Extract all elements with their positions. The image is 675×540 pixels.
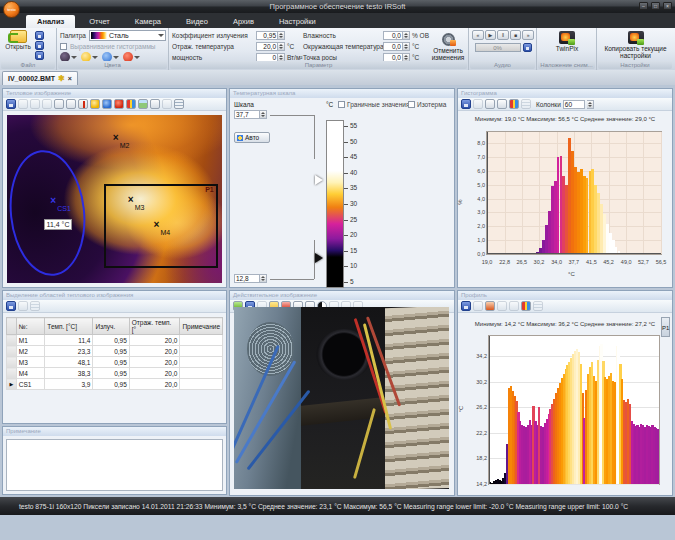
thermal-marker-M3[interactable]: ×M3 (128, 196, 145, 211)
palette-icon[interactable] (521, 301, 531, 311)
photo-icon[interactable] (138, 99, 148, 109)
copy-settings-button[interactable]: Копировать текущие настройки (600, 30, 671, 59)
copy-icon[interactable] (18, 99, 28, 109)
humidity-stepper[interactable] (403, 31, 410, 40)
tab-settings[interactable]: Настройки (268, 15, 327, 28)
favorite-star-icon[interactable]: ✱ (58, 74, 65, 83)
tab-close-icon[interactable]: × (68, 75, 72, 82)
columns-input[interactable]: 60 (563, 100, 585, 109)
marker-edit-icon[interactable] (66, 99, 76, 109)
temperature-point-icon[interactable] (78, 99, 88, 109)
tab-archive[interactable]: Архив (222, 15, 265, 28)
select-ellipse-icon[interactable] (162, 99, 172, 109)
thermal-marker-M4[interactable]: ×M4 (154, 221, 171, 236)
cut-icon[interactable] (30, 99, 40, 109)
histogram-plot[interactable]: 0,01,02,03,04,05,06,07,08,0 (486, 131, 662, 255)
scale-lower-input[interactable]: 12,8 (234, 274, 260, 283)
open-button[interactable]: Открыть (3, 30, 33, 58)
undo-changes-button[interactable]: Отменить изменения (430, 30, 466, 63)
grid-icon[interactable] (30, 301, 40, 311)
equalize-checkbox[interactable] (60, 43, 67, 50)
hot-spot-icon[interactable] (90, 99, 100, 109)
upper-limit-slider[interactable] (315, 175, 323, 185)
columns-stepper[interactable] (587, 100, 594, 109)
thermal-marker-CS1[interactable]: ×CS1 (50, 197, 71, 212)
open-folder-icon (10, 30, 27, 43)
tab-video[interactable]: Видео (175, 15, 219, 28)
table-row[interactable]: M111,40,9520,0 (7, 335, 223, 346)
export-icon[interactable] (42, 99, 52, 109)
tab-analysis[interactable]: Анализ (26, 15, 75, 28)
grid-icon[interactable] (521, 99, 531, 109)
copy-icon[interactable] (18, 301, 28, 311)
profile-plot[interactable]: 14,218,222,226,230,234,2 (488, 335, 660, 485)
ambient-temp-input[interactable]: 0,0 (383, 42, 403, 51)
audio-pause-button[interactable]: ‖ (497, 30, 509, 40)
reflected-temp-input[interactable]: 20,0 (256, 42, 278, 51)
reflected-temp-stepper[interactable] (278, 42, 285, 51)
maximize-button[interactable]: □ (651, 2, 660, 10)
close-button[interactable]: × (663, 2, 672, 10)
isotherm-checkbox[interactable] (408, 101, 415, 108)
profile-stats: Минимум: 14,2 °C Максимум: 36,2 °C Средн… (458, 321, 672, 327)
cold-spot-icon[interactable] (102, 99, 112, 109)
thermal-ellipse-region[interactable] (7, 147, 92, 280)
document-tab[interactable]: IV_00002.BMT ✱ × (2, 71, 78, 85)
grid-icon[interactable] (533, 301, 543, 311)
grid-icon[interactable] (174, 99, 184, 109)
audio-save-button[interactable] (523, 43, 532, 52)
ambient-temp-stepper[interactable] (403, 42, 410, 51)
chart-area-icon[interactable] (509, 301, 519, 311)
table-row[interactable]: M348,10,9520,0 (7, 357, 223, 368)
panel-regions: Выделение областей теплового изображения… (2, 290, 227, 424)
tab-camera[interactable]: Камера (124, 15, 172, 28)
thermal-image[interactable]: P1 11,4 °C ×M2×M3×M4×CS1 (7, 115, 222, 283)
regions-table[interactable]: №: Темп. [°C] Излуч. Отраж. темп. [° При… (6, 317, 223, 390)
save-button[interactable] (35, 31, 44, 40)
scale-lower-stepper[interactable] (260, 274, 267, 283)
save-as-button[interactable] (35, 41, 44, 50)
marker-move-icon[interactable] (54, 99, 64, 109)
thermal-marker-M2[interactable]: ×M2 (113, 134, 130, 149)
chart-line-icon[interactable] (497, 301, 507, 311)
audio-play-button[interactable]: ▶ (485, 30, 497, 40)
table-header-row: №: Темп. [°C] Излуч. Отраж. темп. [° При… (7, 318, 223, 335)
audio-rewind-button[interactable]: « (472, 30, 484, 40)
audio-forward-button[interactable]: » (522, 30, 534, 40)
minimize-button[interactable]: – (639, 2, 648, 10)
limit-values-checkbox[interactable] (338, 101, 345, 108)
humidity-input[interactable]: 0,0 (383, 31, 403, 40)
note-textarea[interactable] (6, 439, 223, 491)
copy-icon[interactable] (473, 301, 483, 311)
copy-icon[interactable] (473, 99, 483, 109)
emissivity-input[interactable]: 0,95 (256, 31, 278, 40)
emissivity-stepper[interactable] (278, 31, 285, 40)
profile-p1-tab[interactable]: P1 (661, 317, 670, 337)
save-all-button[interactable] (35, 51, 44, 60)
select-rect-icon[interactable] (150, 99, 160, 109)
save-icon[interactable] (461, 99, 471, 109)
chart-icon[interactable] (485, 301, 495, 311)
real-image[interactable] (234, 307, 449, 489)
table-row[interactable]: M438,30,9520,0 (7, 368, 223, 379)
palette-select[interactable]: Сталь (89, 30, 166, 41)
save-icon[interactable] (6, 99, 16, 109)
auto-scale-button[interactable]: Авто (234, 132, 270, 143)
save-icon[interactable] (461, 301, 471, 311)
flag-min-icon[interactable] (485, 99, 495, 109)
lower-limit-slider[interactable] (315, 253, 323, 263)
tab-report[interactable]: Отчет (78, 15, 121, 28)
flag-max-icon[interactable] (497, 99, 507, 109)
palette-icon[interactable] (509, 99, 519, 109)
scale-upper-stepper[interactable] (260, 110, 267, 119)
twinpix-button[interactable]: TwinPix (540, 30, 594, 52)
temperature-scale-bar[interactable] (326, 120, 344, 288)
audio-stop-button[interactable]: ■ (510, 30, 522, 40)
save-icon[interactable] (6, 301, 16, 311)
table-row-selected[interactable]: ▶CS13,90,9520,0 (7, 379, 223, 390)
heat-source-icon[interactable] (114, 99, 124, 109)
testo-logo-icon[interactable]: testo (3, 1, 20, 18)
table-row[interactable]: M223,30,9520,0 (7, 346, 223, 357)
palette-icon[interactable] (126, 99, 136, 109)
scale-upper-input[interactable]: 37,7 (234, 110, 260, 119)
